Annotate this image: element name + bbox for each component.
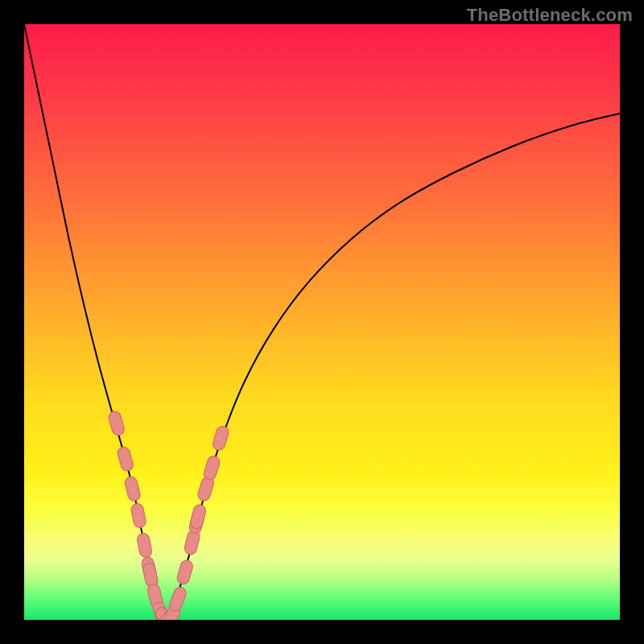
svg-rect-14 xyxy=(175,559,194,585)
watermark-text: TheBottleneck.com xyxy=(467,5,633,26)
marker-capsule xyxy=(212,425,230,452)
svg-rect-3 xyxy=(124,476,142,502)
svg-rect-1 xyxy=(107,410,126,436)
marker-capsule xyxy=(136,532,153,558)
marker-capsule xyxy=(130,502,147,528)
svg-rect-17 xyxy=(189,504,207,530)
svg-rect-20 xyxy=(212,425,230,452)
svg-rect-2 xyxy=(116,446,134,473)
marker-capsule xyxy=(168,585,188,612)
plot-area xyxy=(24,24,620,620)
svg-rect-19 xyxy=(203,455,221,481)
marker-capsule xyxy=(116,446,134,473)
svg-rect-5 xyxy=(136,532,153,558)
marker-capsule xyxy=(124,476,142,502)
svg-rect-13 xyxy=(168,585,188,612)
marker-capsule xyxy=(107,410,126,436)
chart-svg xyxy=(24,24,620,620)
marker-capsule xyxy=(203,455,221,481)
marker-capsule xyxy=(175,559,194,585)
marker-capsule xyxy=(189,504,207,530)
chart-frame: TheBottleneck.com xyxy=(0,0,644,644)
svg-rect-4 xyxy=(130,502,147,528)
bottleneck-curve xyxy=(24,24,620,620)
